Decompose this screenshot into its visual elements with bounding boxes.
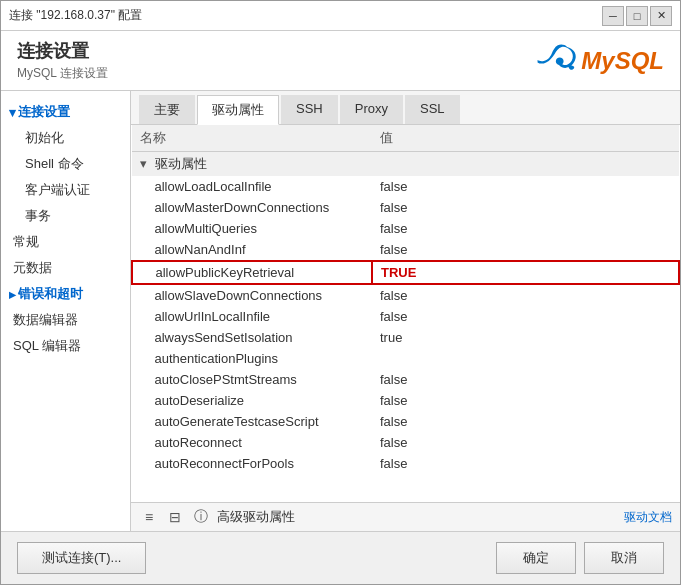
sidebar-label-error-timeout: 错误和超时 — [18, 285, 83, 303]
prop-name: allowUrlInLocalInfile — [132, 306, 372, 327]
table-row[interactable]: allowLoadLocalInfile false — [132, 176, 679, 197]
table-row[interactable]: allowMasterDownConnections false — [132, 197, 679, 218]
window-controls: ─ □ ✕ — [602, 6, 672, 26]
sidebar-item-metadata[interactable]: 元数据 — [1, 255, 130, 281]
table-row[interactable]: autoReconnectForPools false — [132, 453, 679, 474]
prop-name: autoDeserialize — [132, 390, 372, 411]
table-row[interactable]: autoReconnect false — [132, 432, 679, 453]
toolbar-left: ≡ ⊟ ⓘ 高级驱动属性 — [139, 507, 295, 527]
prop-value: false — [372, 411, 679, 432]
prop-value: false — [372, 453, 679, 474]
table-row[interactable]: alwaysSendSetIsolation true — [132, 327, 679, 348]
tab-main[interactable]: 主要 — [139, 95, 195, 124]
expand-arrow-icon: ▾ — [9, 105, 16, 120]
mysql-logo: MySQL — [537, 43, 664, 78]
prop-name: allowMasterDownConnections — [132, 197, 372, 218]
list-view-icon[interactable]: ≡ — [139, 507, 159, 527]
prop-name: allowMultiQueries — [132, 218, 372, 239]
sidebar-label-services: 事务 — [25, 208, 51, 223]
sidebar-label-data-editor: 数据编辑器 — [13, 312, 78, 327]
sidebar-item-error-timeout[interactable]: ▸ 错误和超时 — [1, 281, 130, 307]
main-content: ▾ 连接设置 初始化 Shell 命令 客户端认证 事务 常规 元数据 ▸ — [1, 91, 680, 531]
sidebar-item-data-editor[interactable]: 数据编辑器 — [1, 307, 130, 333]
section-header-driver-props: ▾ 驱动属性 — [132, 152, 679, 177]
table-row[interactable]: autoGenerateTestcaseScript false — [132, 411, 679, 432]
prop-value — [372, 348, 679, 369]
prop-value: false — [372, 284, 679, 306]
sidebar-item-services[interactable]: 事务 — [1, 203, 130, 229]
table-row[interactable]: allowUrlInLocalInfile false — [132, 306, 679, 327]
cancel-button[interactable]: 取消 — [584, 542, 664, 574]
page-subtitle: MySQL 连接设置 — [17, 65, 108, 82]
sidebar-label-shell-cmd: Shell 命令 — [25, 156, 84, 171]
sidebar-item-client-auth[interactable]: 客户端认证 — [1, 177, 130, 203]
driver-docs-link[interactable]: 驱动文档 — [624, 509, 672, 526]
mysql-logo-text: MySQL — [581, 47, 664, 75]
tab-bar: 主要 驱动属性 SSH Proxy SSL — [131, 91, 680, 125]
minimize-button[interactable]: ─ — [602, 6, 624, 26]
sidebar-label-sql-editor: SQL 编辑器 — [13, 338, 81, 353]
table-row[interactable]: allowNanAndInf false — [132, 239, 679, 261]
prop-name: autoReconnectForPools — [132, 453, 372, 474]
sidebar-item-shell-cmd[interactable]: Shell 命令 — [1, 151, 130, 177]
maximize-button[interactable]: □ — [626, 6, 648, 26]
properties-table: 名称 值 ▾ 驱动属性 allowLoadLocalInfile — [131, 125, 680, 474]
prop-value-highlighted: TRUE — [372, 261, 679, 284]
table-row[interactable]: allowMultiQueries false — [132, 218, 679, 239]
prop-value: false — [372, 197, 679, 218]
prop-value: false — [372, 239, 679, 261]
sidebar-label-init: 初始化 — [25, 130, 64, 145]
bottom-toolbar: ≡ ⊟ ⓘ 高级驱动属性 驱动文档 — [131, 502, 680, 531]
highlighted-table-row[interactable]: allowPublicKeyRetrieval TRUE — [132, 261, 679, 284]
sidebar-label-metadata: 元数据 — [13, 260, 52, 275]
title-bar: 连接 "192.168.0.37" 配置 ─ □ ✕ — [1, 1, 680, 31]
prop-value: false — [372, 176, 679, 197]
test-connection-button[interactable]: 测试连接(T)... — [17, 542, 146, 574]
table-row[interactable]: autoClosePStmtStreams false — [132, 369, 679, 390]
sidebar-item-sql-editor[interactable]: SQL 编辑器 — [1, 333, 130, 359]
sidebar-item-connection-settings[interactable]: ▾ 连接设置 — [1, 99, 130, 125]
filter-icon[interactable]: ⊟ — [165, 507, 185, 527]
sidebar-item-general[interactable]: 常规 — [1, 229, 130, 255]
table-row[interactable]: autoDeserialize false — [132, 390, 679, 411]
prop-value: false — [372, 390, 679, 411]
col-header-name: 名称 — [132, 125, 372, 152]
prop-name: authenticationPlugins — [132, 348, 372, 369]
window-title: 连接 "192.168.0.37" 配置 — [9, 7, 142, 24]
properties-table-area[interactable]: 名称 值 ▾ 驱动属性 allowLoadLocalInfile — [131, 125, 680, 502]
table-row[interactable]: allowSlaveDownConnections false — [132, 284, 679, 306]
right-panel: 主要 驱动属性 SSH Proxy SSL 名称 值 — [131, 91, 680, 531]
prop-value: true — [372, 327, 679, 348]
prop-name: autoGenerateTestcaseScript — [132, 411, 372, 432]
close-button[interactable]: ✕ — [650, 6, 672, 26]
section-label: 驱动属性 — [155, 156, 207, 171]
tab-driver-props[interactable]: 驱动属性 — [197, 95, 279, 125]
prop-value: false — [372, 432, 679, 453]
toolbar-label: 高级驱动属性 — [217, 508, 295, 526]
sidebar-label-general: 常规 — [13, 234, 39, 249]
header-left: 连接设置 MySQL 连接设置 — [17, 39, 108, 82]
footer-right: 确定 取消 — [496, 542, 664, 574]
prop-name-highlighted: allowPublicKeyRetrieval — [132, 261, 372, 284]
header-area: 连接设置 MySQL 连接设置 MySQL — [1, 31, 680, 91]
prop-name: allowNanAndInf — [132, 239, 372, 261]
page-title: 连接设置 — [17, 39, 108, 63]
expand-arrow-error-icon: ▸ — [9, 287, 16, 302]
prop-value: false — [372, 369, 679, 390]
prop-name: autoReconnect — [132, 432, 372, 453]
col-header-value: 值 — [372, 125, 679, 152]
footer: 测试连接(T)... 确定 取消 — [1, 531, 680, 584]
ok-button[interactable]: 确定 — [496, 542, 576, 574]
sidebar-item-init[interactable]: 初始化 — [1, 125, 130, 151]
tab-ssl[interactable]: SSL — [405, 95, 460, 124]
info-icon[interactable]: ⓘ — [191, 507, 211, 527]
prop-name: alwaysSendSetIsolation — [132, 327, 372, 348]
expand-section-icon: ▾ — [140, 156, 147, 171]
tab-proxy[interactable]: Proxy — [340, 95, 403, 124]
prop-name: allowSlaveDownConnections — [132, 284, 372, 306]
table-row[interactable]: authenticationPlugins — [132, 348, 679, 369]
sidebar-label-client-auth: 客户端认证 — [25, 182, 90, 197]
sidebar-label-connection-settings: 连接设置 — [18, 103, 70, 121]
tab-ssh[interactable]: SSH — [281, 95, 338, 124]
prop-value: false — [372, 218, 679, 239]
